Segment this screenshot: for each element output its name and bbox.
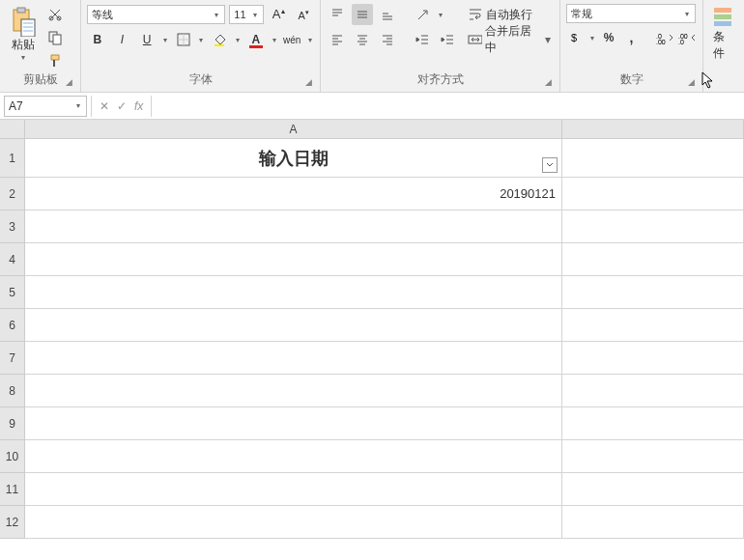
- number-launcher-icon[interactable]: ◢: [688, 77, 700, 89]
- phonetic-button[interactable]: wén: [281, 29, 302, 50]
- cell-A3[interactable]: [25, 210, 562, 243]
- row-header-1[interactable]: 1: [0, 139, 25, 178]
- orientation-button[interactable]: [412, 4, 433, 25]
- font-size-select[interactable]: 11▾: [229, 5, 264, 24]
- increase-indent-button[interactable]: [437, 29, 458, 50]
- align-center-button[interactable]: [352, 29, 373, 50]
- clipboard-launcher-icon[interactable]: ◢: [66, 77, 77, 89]
- cell-B11[interactable]: [562, 473, 744, 506]
- align-right-icon: [381, 33, 394, 46]
- row-header-9[interactable]: 9: [0, 407, 25, 440]
- cell-A10[interactable]: [25, 440, 562, 473]
- border-button[interactable]: [173, 29, 194, 50]
- svg-rect-2: [21, 19, 35, 37]
- fx-icon[interactable]: fx: [134, 99, 143, 113]
- align-left-button[interactable]: [327, 29, 348, 50]
- select-all-corner[interactable]: [0, 120, 25, 139]
- decrease-indent-button[interactable]: [412, 29, 433, 50]
- row-header-6[interactable]: 6: [0, 309, 25, 342]
- row-header-11[interactable]: 11: [0, 473, 25, 506]
- cell-A5[interactable]: [25, 276, 562, 309]
- conditional-format-button[interactable]: 条件: [709, 4, 736, 64]
- col-header-A[interactable]: A: [25, 120, 562, 139]
- cell-A6[interactable]: [25, 309, 562, 342]
- row-header-4[interactable]: 4: [0, 243, 25, 276]
- bold-button[interactable]: B: [87, 29, 108, 50]
- cell-B4[interactable]: [562, 243, 744, 276]
- formula-bar: A7 ▾ ✕ ✓ fx: [0, 93, 744, 120]
- underline-dropdown-icon[interactable]: ▾: [161, 36, 169, 44]
- row-header-7[interactable]: 7: [0, 342, 25, 375]
- border-dropdown-icon[interactable]: ▾: [198, 36, 206, 44]
- phonetic-dropdown-icon[interactable]: ▾: [306, 36, 314, 44]
- cut-button[interactable]: [44, 4, 66, 25]
- number-group-label: 数字: [566, 71, 697, 90]
- orientation-dropdown-icon[interactable]: ▾: [437, 11, 444, 19]
- inc-dec-icon: .0.00: [656, 31, 673, 44]
- underline-button[interactable]: U: [136, 29, 157, 50]
- format-painter-button[interactable]: [44, 50, 66, 71]
- row-header-2[interactable]: 2: [0, 178, 25, 210]
- fill-color-button[interactable]: [209, 29, 230, 50]
- currency-button[interactable]: $: [566, 27, 585, 48]
- accept-formula-icon[interactable]: ✓: [117, 99, 127, 113]
- fill-dropdown-icon[interactable]: ▾: [234, 36, 242, 44]
- cell-A12[interactable]: [25, 506, 562, 539]
- cell-A2[interactable]: 20190121: [25, 178, 562, 210]
- cell-B1[interactable]: [562, 139, 744, 178]
- font-launcher-icon[interactable]: ◢: [305, 77, 317, 89]
- row-header-5[interactable]: 5: [0, 276, 25, 309]
- col-header-next[interactable]: [562, 120, 744, 139]
- increase-font-button[interactable]: A▴: [268, 4, 289, 25]
- percent-button[interactable]: %: [599, 27, 617, 48]
- align-middle-button[interactable]: [352, 4, 373, 25]
- cell-B5[interactable]: [562, 276, 744, 309]
- namebox-dropdown-icon[interactable]: ▾: [74, 101, 82, 110]
- copy-button[interactable]: [44, 27, 66, 48]
- cell-B10[interactable]: [562, 440, 744, 473]
- cell-B9[interactable]: [562, 407, 744, 440]
- font-name-select[interactable]: 等线▾: [87, 5, 225, 24]
- italic-button[interactable]: I: [112, 29, 133, 50]
- cell-B2[interactable]: [562, 178, 744, 210]
- decrease-decimal-button[interactable]: .00.0: [678, 27, 697, 48]
- font-color-button[interactable]: A: [245, 29, 267, 50]
- paste-button[interactable]: 粘贴 ▾: [6, 4, 41, 64]
- paste-dropdown-icon[interactable]: ▾: [19, 53, 27, 62]
- cell-B7[interactable]: [562, 342, 744, 375]
- cell-B12[interactable]: [562, 506, 744, 539]
- cell-B6[interactable]: [562, 309, 744, 342]
- cell-A8[interactable]: [25, 375, 562, 407]
- filter-button[interactable]: [542, 157, 558, 173]
- increase-decimal-button[interactable]: .0.00: [655, 27, 673, 48]
- cell-B3[interactable]: [562, 210, 744, 243]
- merge-center-button[interactable]: 合并后居中 ▾: [466, 29, 554, 50]
- align-launcher-icon[interactable]: ◢: [545, 77, 557, 89]
- row-header-8[interactable]: 8: [0, 375, 25, 407]
- cell-A4[interactable]: [25, 243, 562, 276]
- cell-A11[interactable]: [25, 473, 562, 506]
- wrap-text-button[interactable]: 自动换行: [466, 4, 554, 25]
- name-box[interactable]: A7 ▾: [4, 96, 87, 117]
- align-top-button[interactable]: [327, 4, 348, 25]
- number-format-select[interactable]: 常规▾: [566, 4, 696, 23]
- decrease-font-button[interactable]: A▾: [293, 4, 314, 25]
- cell-A9[interactable]: [25, 407, 562, 440]
- svg-rect-8: [215, 44, 224, 46]
- align-bottom-button[interactable]: [377, 4, 398, 25]
- align-right-button[interactable]: [377, 29, 398, 50]
- merge-dropdown-icon[interactable]: ▾: [544, 33, 552, 46]
- formula-input[interactable]: [152, 96, 744, 117]
- font-color-dropdown-icon[interactable]: ▾: [271, 36, 278, 44]
- comma-button[interactable]: ,: [622, 27, 641, 48]
- align-left-icon: [330, 33, 344, 46]
- wrap-icon: [468, 7, 483, 22]
- cell-A7[interactable]: [25, 342, 562, 375]
- row-header-10[interactable]: 10: [0, 440, 25, 473]
- row-header-12[interactable]: 12: [0, 506, 25, 539]
- cell-B8[interactable]: [562, 375, 744, 407]
- row-header-3[interactable]: 3: [0, 210, 25, 243]
- cancel-formula-icon[interactable]: ✕: [100, 99, 109, 113]
- cell-A1[interactable]: 输入日期: [25, 139, 562, 178]
- currency-dropdown-icon[interactable]: ▾: [588, 34, 595, 42]
